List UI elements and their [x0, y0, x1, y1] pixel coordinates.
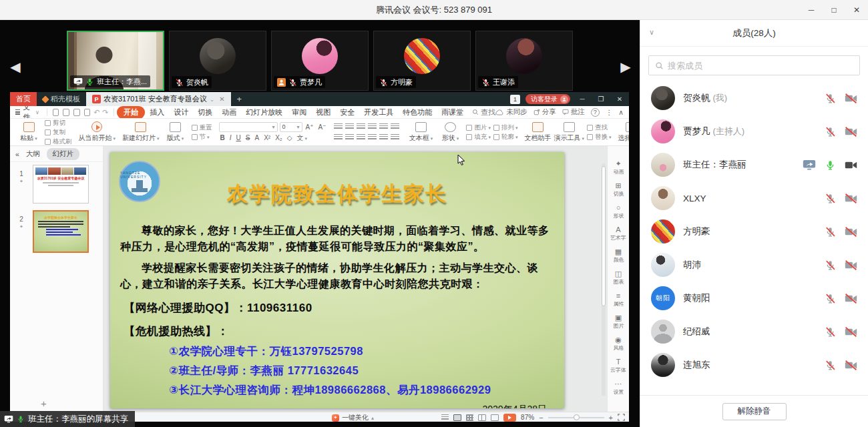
file-menu[interactable]: 文件 ∨: [10, 106, 43, 119]
member-search-box[interactable]: [648, 55, 860, 75]
reset-button[interactable]: 重置: [192, 123, 212, 132]
video-tile[interactable]: 贺炎帆: [169, 31, 266, 91]
play-from-current-button[interactable]: 从当前开始: [79, 121, 116, 143]
search-input[interactable]: [668, 61, 853, 71]
present-tools-button[interactable]: 演示工具: [554, 122, 584, 143]
paste-button[interactable]: 粘贴: [15, 122, 42, 143]
line-spacing-icon[interactable]: [379, 123, 388, 130]
close-tab-icon[interactable]: ✕: [219, 95, 224, 103]
notification-badge[interactable]: 1: [510, 95, 520, 104]
member-row[interactable]: 朝阳 黄朝阳: [640, 282, 868, 315]
close-button[interactable]: ✕: [845, 0, 868, 20]
notes-icon[interactable]: [441, 414, 449, 421]
find-button[interactable]: 查找: [587, 123, 612, 132]
slideshow-play-button[interactable]: [503, 414, 516, 422]
video-strip-prev-icon[interactable]: ◀: [8, 59, 23, 75]
preview-icon[interactable]: [84, 109, 91, 116]
textbox-button[interactable]: 文本框: [407, 122, 434, 143]
text-tool-button[interactable]: 文: [295, 133, 308, 143]
menu-tab[interactable]: 设计: [169, 106, 193, 119]
font-color-button[interactable]: A: [253, 134, 260, 141]
menu-tab[interactable]: 审阅: [287, 106, 311, 119]
side-tool-button[interactable]: ▣ 图片: [613, 314, 624, 335]
menu-tab[interactable]: 幻灯片放映: [241, 106, 287, 119]
help-icon[interactable]: ?: [591, 108, 600, 117]
new-tab-button[interactable]: +: [231, 92, 248, 106]
font-size-select[interactable]: 0▾: [280, 122, 302, 132]
sync-status[interactable]: 未同步: [495, 107, 527, 117]
menu-tab[interactable]: 插入: [145, 106, 169, 119]
normal-view-icon[interactable]: [453, 414, 461, 421]
picture-button[interactable]: 图片: [466, 123, 491, 132]
slide-thumbnail-1[interactable]: 农资31701班 安全教育专题会议: [33, 165, 89, 203]
slide-thumbnail-2[interactable]: 农学院致全体学生家长: [33, 210, 89, 253]
zoom-slider[interactable]: [548, 417, 604, 418]
cut-button[interactable]: 剪切: [45, 119, 72, 127]
menu-tab[interactable]: 视图: [311, 106, 335, 119]
strikethrough-button[interactable]: S: [244, 134, 252, 141]
justify-icon[interactable]: [368, 134, 377, 141]
zoom-slider-knob[interactable]: [574, 414, 580, 420]
side-tool-button[interactable]: ⊞ 切换: [613, 181, 624, 203]
section-button[interactable]: 节: [192, 133, 212, 141]
side-tool-button[interactable]: ▦ 颜色: [613, 248, 624, 269]
video-strip-next-icon[interactable]: ▶: [618, 59, 633, 75]
zoom-out-button[interactable]: −: [539, 414, 543, 422]
minimize-button[interactable]: ─: [800, 0, 823, 20]
smart-align-icon[interactable]: [391, 134, 399, 141]
outline-button[interactable]: 轮廓: [493, 133, 518, 141]
side-tool-button[interactable]: ◫ 图表: [613, 270, 624, 291]
tab-outline[interactable]: 大纲: [26, 149, 40, 159]
selection-pane-button[interactable]: 选择窗格: [618, 122, 630, 143]
member-row[interactable]: 方明豪: [640, 215, 868, 248]
italic-button[interactable]: I: [228, 134, 233, 141]
canvas-scrollbar[interactable]: [602, 163, 606, 396]
menu-tab[interactable]: 开始: [117, 106, 145, 119]
replace-button[interactable]: 替换: [587, 133, 612, 141]
menu-tab[interactable]: 安全: [335, 106, 359, 119]
zoom-in-button[interactable]: +: [609, 414, 613, 422]
member-row[interactable]: XLXY: [640, 181, 868, 215]
share-button[interactable]: 分享: [533, 107, 556, 117]
comment-button[interactable]: 批注: [562, 107, 585, 117]
save-icon[interactable]: [53, 109, 59, 116]
doc-helper-button[interactable]: 文档助手: [524, 122, 551, 143]
member-row[interactable]: 胡沛: [640, 248, 868, 282]
redo-icon[interactable]: ↷: [102, 108, 108, 117]
side-tool-button[interactable]: ≡ 属性: [613, 292, 624, 313]
bullet-list-icon[interactable]: [334, 123, 343, 130]
menu-tab[interactable]: 特色功能: [398, 106, 437, 119]
panel-collapse-icon[interactable]: «: [15, 150, 19, 158]
align-right-icon[interactable]: [357, 134, 365, 141]
clear-format-button[interactable]: ◇: [286, 134, 294, 141]
wps-document-tab[interactable]: P 农资31701班 安全教育专题会议 ⌄ ✕: [86, 92, 231, 106]
video-tile[interactable]: 班主任：李燕...: [67, 31, 164, 91]
member-row[interactable]: 纪绍威: [640, 315, 868, 348]
member-row[interactable]: 连旭东: [640, 348, 868, 382]
member-row[interactable]: 贺炎帆 (我): [640, 81, 868, 115]
number-list-icon[interactable]: [345, 123, 354, 130]
layout-button[interactable]: 版式: [162, 122, 189, 143]
video-tile[interactable]: 贾梦凡: [271, 31, 369, 91]
copy-button[interactable]: 复制: [45, 128, 72, 137]
wps-home-tab[interactable]: 首页: [10, 92, 37, 106]
undo-icon[interactable]: ↶: [93, 108, 99, 117]
format-painter-button[interactable]: 格式刷: [45, 137, 72, 146]
side-tool-button[interactable]: ✦ 动画: [613, 159, 624, 181]
slideshow-view-icon[interactable]: [491, 414, 499, 421]
wps-close-icon[interactable]: ✕: [613, 95, 626, 103]
sorter-view-icon[interactable]: [466, 414, 473, 421]
menu-tab[interactable]: 开发工具: [359, 106, 398, 119]
member-row[interactable]: 班主任：李燕丽: [640, 148, 868, 181]
member-row[interactable]: 贾梦凡 (主持人): [640, 115, 868, 148]
subscript-button[interactable]: X₂: [274, 134, 284, 141]
export-icon[interactable]: [63, 109, 69, 116]
align-left-icon[interactable]: [334, 134, 343, 141]
more-icon[interactable]: ⋮: [606, 108, 613, 116]
side-tool-button[interactable]: ⋯ 设置: [613, 380, 624, 401]
shape-button[interactable]: 形状: [437, 122, 463, 143]
collapse-ribbon-icon[interactable]: ∧: [618, 108, 624, 116]
ribbon-search[interactable]: 查找: [472, 107, 495, 117]
outdent-icon[interactable]: [357, 123, 365, 130]
font-family-select[interactable]: ▾: [219, 122, 278, 132]
